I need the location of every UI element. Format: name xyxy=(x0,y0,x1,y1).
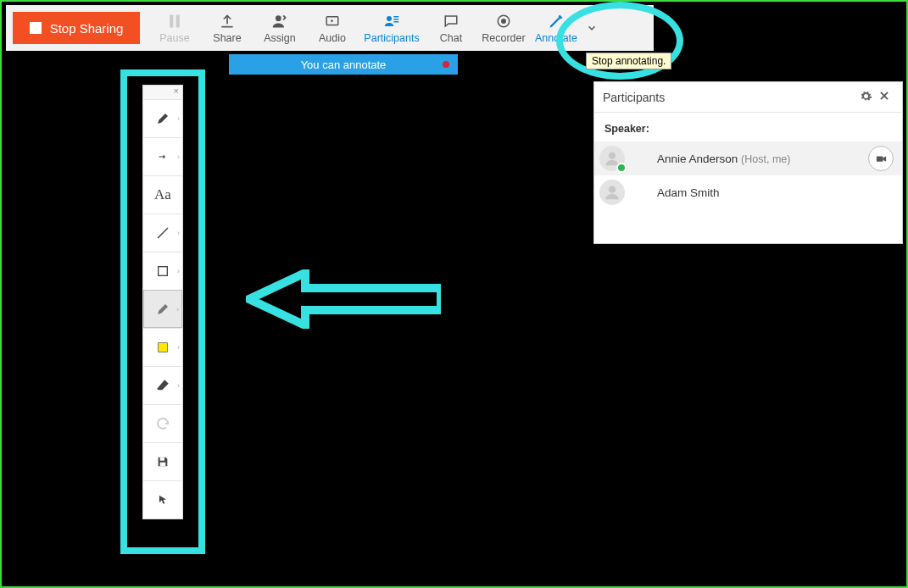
svg-rect-0 xyxy=(170,14,173,27)
svg-point-12 xyxy=(609,186,616,193)
assign-button[interactable]: Assign xyxy=(253,5,306,51)
pencil-icon xyxy=(547,13,565,30)
upload-icon xyxy=(218,13,237,30)
pause-icon xyxy=(165,13,184,30)
record-icon xyxy=(494,13,513,30)
recorder-button[interactable]: Recorder xyxy=(477,5,530,51)
palette-fill-tool[interactable]: › xyxy=(143,328,182,366)
chat-button[interactable]: Chat xyxy=(425,5,477,51)
annotate-tooltip: Stop annotating. xyxy=(586,53,671,69)
stop-sharing-label: Stop Sharing xyxy=(50,21,124,36)
palette-pointer-tool[interactable] xyxy=(143,480,182,519)
camera-button[interactable] xyxy=(868,146,894,171)
participants-panel: Participants Speaker: Annie Anderson (Ho… xyxy=(593,81,903,244)
palette-eraser-tool[interactable]: › xyxy=(143,366,182,404)
palette-pen-tool[interactable]: › xyxy=(143,99,182,137)
meeting-toolbar: Stop Sharing Pause Share Assign Audio Pa… xyxy=(6,5,654,51)
annotate-banner: You can annotate xyxy=(229,54,458,75)
recording-dot-icon xyxy=(443,61,449,68)
palette-undo-tool[interactable] xyxy=(143,404,182,442)
participant-row[interactable]: Adam Smith xyxy=(594,175,902,209)
chevron-right-icon: › xyxy=(177,153,180,161)
svg-line-13 xyxy=(158,228,168,238)
audio-icon xyxy=(323,13,342,30)
participants-panel-header: Participants xyxy=(594,82,902,113)
close-icon[interactable] xyxy=(875,90,894,104)
toolbar-more-button[interactable] xyxy=(582,5,601,51)
chevron-right-icon: › xyxy=(176,305,179,313)
svg-rect-16 xyxy=(160,458,164,461)
chat-icon xyxy=(442,13,460,30)
participants-panel-title: Participants xyxy=(603,91,856,104)
svg-point-10 xyxy=(609,153,616,159)
svg-rect-1 xyxy=(176,14,180,27)
palette-rectangle-tool[interactable]: › xyxy=(143,252,182,290)
palette-arrow-tool[interactable]: › xyxy=(143,137,182,175)
chevron-right-icon: › xyxy=(177,381,180,390)
participants-button[interactable]: Participants xyxy=(359,5,425,51)
palette-line-tool[interactable]: › xyxy=(143,214,182,252)
svg-rect-17 xyxy=(160,463,166,467)
stop-sharing-button[interactable]: Stop Sharing xyxy=(13,12,140,44)
presence-indicator xyxy=(616,163,627,173)
palette-close-button[interactable]: × xyxy=(143,86,182,99)
text-icon: Aa xyxy=(154,186,171,203)
svg-rect-6 xyxy=(393,21,398,23)
svg-rect-7 xyxy=(393,16,398,18)
palette-save-tool[interactable] xyxy=(143,442,182,480)
chevron-right-icon: › xyxy=(177,229,180,237)
annotation-palette: × › › Aa › › › › › xyxy=(142,85,183,519)
participants-icon xyxy=(382,13,401,30)
participant-meta: (Host, me) xyxy=(741,153,790,165)
chevron-right-icon: › xyxy=(177,114,180,123)
svg-rect-5 xyxy=(393,19,398,20)
svg-rect-14 xyxy=(159,267,168,276)
annotate-banner-text: You can annotate xyxy=(301,58,387,71)
assign-icon xyxy=(270,13,289,30)
share-button[interactable]: Share xyxy=(201,5,253,51)
instruction-arrow-icon xyxy=(246,269,441,329)
avatar xyxy=(599,146,625,171)
participant-name: Adam Smith xyxy=(632,186,894,199)
participant-row[interactable]: Annie Anderson (Host, me) xyxy=(594,141,902,175)
svg-point-4 xyxy=(387,16,392,21)
svg-rect-11 xyxy=(876,156,883,161)
chevron-right-icon: › xyxy=(177,343,180,352)
annotate-button[interactable]: Annotate xyxy=(530,5,582,51)
annotation-palette-highlight: × › › Aa › › › › › xyxy=(120,69,205,554)
palette-highlighter-tool[interactable]: › xyxy=(143,290,182,328)
avatar xyxy=(599,180,625,205)
participant-name: Annie Anderson (Host, me) xyxy=(632,153,861,165)
pause-button[interactable]: Pause xyxy=(148,5,201,51)
stop-icon xyxy=(30,22,42,34)
svg-point-2 xyxy=(276,15,281,21)
palette-text-tool[interactable]: Aa xyxy=(143,175,182,214)
participants-speaker-label: Speaker: xyxy=(594,113,902,141)
gear-icon[interactable] xyxy=(856,90,875,105)
chevron-right-icon: › xyxy=(177,267,180,275)
svg-point-9 xyxy=(501,19,506,24)
audio-button[interactable]: Audio xyxy=(306,5,359,51)
svg-rect-15 xyxy=(159,343,168,352)
